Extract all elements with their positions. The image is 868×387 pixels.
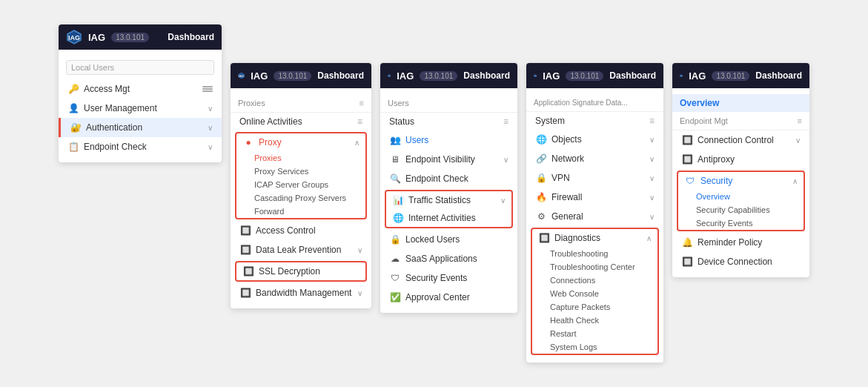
- menu-general[interactable]: ⚙ General ∨: [526, 207, 663, 226]
- locked-users-icon: 🔒: [389, 234, 401, 245]
- hamburger-system[interactable]: ≡: [649, 116, 655, 126]
- internet-act-label: Internet Activities: [408, 213, 476, 223]
- hamburger-status[interactable]: ≡: [503, 116, 508, 127]
- chevron-bandwidth: ∨: [357, 289, 362, 297]
- menu-network[interactable]: 🔗 Network ∨: [526, 149, 663, 168]
- menu-locked-users[interactable]: 🔒 Locked Users: [380, 230, 517, 249]
- submenu-troubleshooting[interactable]: Troubleshooting: [532, 247, 657, 260]
- menu-objects[interactable]: 🌐 Objects ∨: [526, 130, 663, 149]
- submenu-forward[interactable]: Forward: [236, 205, 365, 218]
- menu-status[interactable]: Status ≡: [380, 113, 517, 130]
- hamburger-endpoint-mgt[interactable]: ≡: [798, 116, 802, 125]
- saas-icon: ☁: [389, 253, 401, 265]
- menu-endpoint-visibility[interactable]: 🖥 Endpoint Visibility ∨: [380, 150, 517, 169]
- data-leak-label: Data Leak Prevention: [256, 245, 341, 255]
- menu-security[interactable]: 🛡 Security ∧: [678, 172, 804, 190]
- topbar-app-name-2: IAG: [251, 70, 268, 82]
- submenu-troubleshooting-center[interactable]: Troubleshooting Center: [532, 260, 657, 274]
- panel-4: IAG IAG 13.0.101 Dashboard Application S…: [526, 63, 663, 363]
- menu-diagnostics[interactable]: 🔲 Diagnostics ∧: [532, 229, 657, 247]
- submenu-system-logs[interactable]: System Logs: [532, 340, 657, 354]
- submenu-security-capabilities[interactable]: Security Capabilities: [678, 203, 804, 216]
- menu-access-mgt[interactable]: 🔑 Access Mgt: [59, 79, 222, 99]
- menu-authentication[interactable]: 🔐 Authentication ∨: [59, 118, 222, 137]
- access-mgt-label: Access Mgt: [84, 84, 130, 94]
- app-sig-label: Application Signature Data...: [534, 99, 628, 107]
- topbar-app-name-3: IAG: [397, 70, 414, 82]
- bandwidth-icon: 🔲: [239, 287, 251, 299]
- menu-saas-apps[interactable]: ☁ SaaS Applications: [380, 249, 517, 268]
- menu-device-connection[interactable]: 🔲 Device Connection: [672, 252, 809, 271]
- access-mgt-icon: 🔑: [67, 83, 79, 95]
- menu-vpn[interactable]: 🔒 VPN ∨: [526, 168, 663, 188]
- menu-endpoint-check-3[interactable]: 🔍 Endpoint Check: [380, 169, 517, 188]
- overview-label: Overview: [680, 98, 719, 108]
- iag-logo-3: IAG: [388, 67, 391, 84]
- menu-antiproxy[interactable]: 🔲 Antiproxy: [672, 150, 809, 169]
- menu-users[interactable]: 👥 Users: [380, 130, 517, 150]
- submenu-proxy-services[interactable]: Proxy Services: [236, 165, 365, 178]
- topbar-version-4: 13.0.101: [566, 71, 603, 81]
- submenu-restart[interactable]: Restart: [532, 327, 657, 340]
- submenu-health-check[interactable]: Health Check: [532, 314, 657, 327]
- submenu-proxies[interactable]: Proxies: [236, 151, 365, 165]
- ssl-label: SSL Decryption: [259, 266, 320, 277]
- submenu-capture-packets[interactable]: Capture Packets: [532, 300, 657, 314]
- menu-firewall[interactable]: 🔥 Firewall ∨: [526, 188, 663, 207]
- internet-act-icon: 🌐: [392, 212, 404, 224]
- chevron-network: ∨: [649, 155, 655, 163]
- general-icon: ⚙: [535, 211, 547, 222]
- data-leak-icon: 🔲: [239, 244, 251, 256]
- search-box-1[interactable]: Local Users: [66, 60, 214, 75]
- chevron-data-leak: ∨: [357, 246, 362, 254]
- menu-internet-activities[interactable]: 🌐 Internet Activities: [386, 209, 511, 227]
- menu-security-events-3[interactable]: 🛡 Security Events: [380, 268, 517, 288]
- hamburger-icon-2[interactable]: ≡: [360, 99, 364, 108]
- topbar-app-name-4: IAG: [543, 70, 560, 82]
- sidebar-2: Proxies ≡ Online Activities ≡ ● Proxy ∧ …: [231, 88, 371, 308]
- topbar-version-5: 13.0.101: [712, 71, 749, 81]
- proxy-icon: ●: [242, 136, 254, 148]
- reminder-icon: 🔔: [681, 236, 693, 248]
- menu-reminder-policy[interactable]: 🔔 Reminder Policy: [672, 233, 809, 252]
- menu-proxy[interactable]: ● Proxy ∧: [236, 133, 365, 151]
- panel-2: IAG IAG 13.0.101 Dashboard Proxies ≡ Onl…: [231, 63, 371, 308]
- menu-user-management[interactable]: 👤 User Management ∨: [59, 99, 222, 118]
- topbar-5: IAG IAG 13.0.101 Dashboard: [672, 63, 809, 88]
- menu-ssl-decryption[interactable]: 🔲 SSL Decryption: [236, 262, 365, 280]
- endpoint-vis-icon: 🖥: [389, 153, 401, 165]
- connection-ctrl-label: Connection Control: [698, 135, 774, 145]
- panel-5: IAG IAG 13.0.101 Dashboard Overview Endp…: [672, 63, 809, 277]
- chevron-firewall: ∨: [649, 194, 655, 202]
- menu-endpoint-check[interactable]: 📋 Endpoint Check ∨: [59, 137, 222, 156]
- submenu-connections[interactable]: Connections: [532, 274, 657, 287]
- submenu-overview-sec[interactable]: Overview: [678, 190, 804, 203]
- menu-data-leak[interactable]: 🔲 Data Leak Prevention ∨: [231, 240, 371, 259]
- topbar-4: IAG IAG 13.0.101 Dashboard: [526, 63, 663, 88]
- diagnostics-red-box: 🔲 Diagnostics ∧ Troubleshooting Troubles…: [531, 228, 659, 355]
- menu-approval-center[interactable]: ✅ Approval Center: [380, 288, 517, 307]
- ssl-red-box: 🔲 SSL Decryption: [235, 261, 367, 282]
- bandwidth-label: Bandwidth Management: [256, 288, 351, 298]
- menu-connection-control[interactable]: 🔲 Connection Control ∨: [672, 130, 809, 150]
- menu-online-activities[interactable]: Online Activities ≡: [231, 113, 371, 130]
- device-conn-icon: 🔲: [681, 256, 693, 268]
- approval-label: Approval Center: [405, 292, 470, 302]
- hamburger-icon-3[interactable]: ≡: [357, 116, 362, 127]
- menu-access-control[interactable]: 🔲 Access Control: [231, 221, 371, 240]
- submenu-cascading-proxy-servers[interactable]: Cascading Proxy Servers: [236, 191, 365, 205]
- topbar-3: IAG IAG 13.0.101 Dashboard: [380, 63, 517, 88]
- submenu-icap-server-groups[interactable]: ICAP Server Groups: [236, 178, 365, 191]
- submenu-security-events-5[interactable]: Security Events: [678, 216, 804, 230]
- menu-bandwidth[interactable]: 🔲 Bandwidth Management ∨: [231, 283, 371, 302]
- menu-system-4[interactable]: System ≡: [526, 112, 663, 130]
- device-conn-label: Device Connection: [698, 257, 772, 267]
- system-label: System: [535, 116, 565, 126]
- submenu-web-console[interactable]: Web Console: [532, 287, 657, 300]
- menu-traffic-stats[interactable]: 📊 Traffic Statistics ∨: [386, 191, 511, 209]
- access-control-icon: 🔲: [239, 225, 251, 236]
- endpoint-check-3-icon: 🔍: [389, 173, 401, 185]
- saas-label: SaaS Applications: [405, 254, 477, 264]
- security-label: Security: [700, 176, 732, 186]
- topbar-app-name-1: IAG: [88, 32, 105, 43]
